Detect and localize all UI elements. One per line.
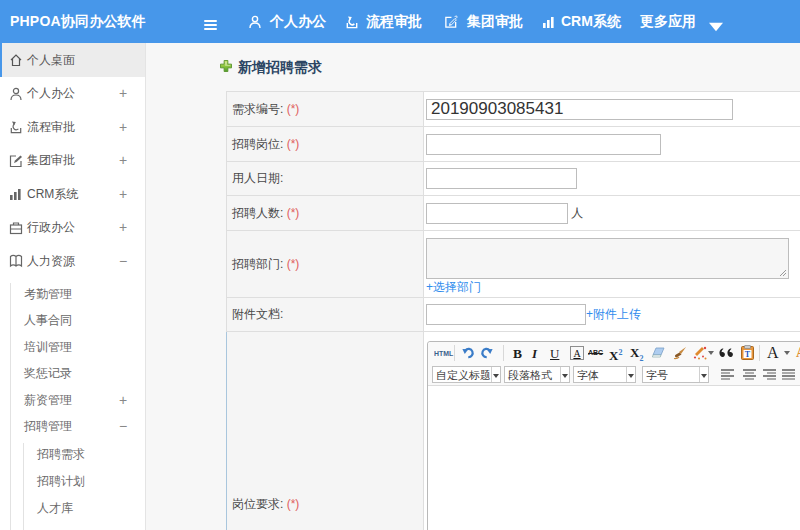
svg-text:T: T bbox=[745, 350, 751, 359]
